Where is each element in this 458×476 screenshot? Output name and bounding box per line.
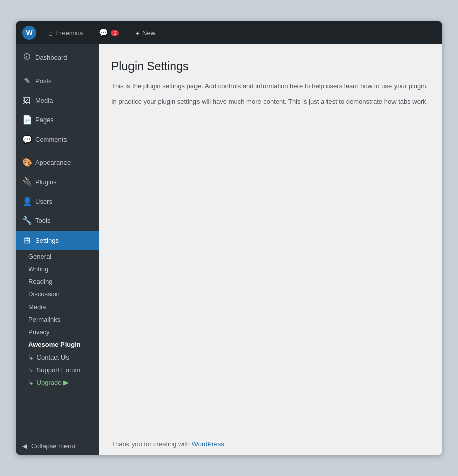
comments-nav-icon: 💬 [22, 134, 31, 145]
footer-text: Thank you for creating with [111, 440, 192, 448]
home-icon: ⌂ [48, 29, 53, 37]
submenu-awesome-plugin[interactable]: Awesome Plugin [16, 338, 99, 351]
submenu-permalinks[interactable]: Permalinks [16, 313, 99, 326]
sidebar-item-appearance[interactable]: 🎨 Appearance [16, 153, 99, 172]
submenu-reading[interactable]: Reading [16, 275, 99, 288]
comments-label: Comments [35, 135, 67, 144]
upgrade-arrow: ↳ [28, 379, 34, 386]
admin-bar: W ⌂ Freemius 💬 0 + New [16, 21, 442, 44]
posts-label: Posts [35, 77, 52, 86]
admin-bar-comments[interactable]: 💬 0 [95, 26, 123, 39]
content-area: Plugin Settings This is the plugin setti… [99, 44, 442, 455]
main-layout: Dashboard ✎ Posts 🖼 Media 📄 Pages 💬 Comm… [16, 44, 442, 455]
support-forum-arrow: ↳ [28, 366, 34, 374]
media-label: Media [35, 96, 53, 105]
submenu-writing[interactable]: Writing [16, 263, 99, 275]
admin-bar-new[interactable]: + New [131, 27, 159, 39]
new-label: New [142, 29, 155, 37]
sidebar-item-users[interactable]: 👤 Users [16, 192, 99, 211]
dashboard-label: Dashboard [35, 53, 68, 63]
sidebar-item-pages[interactable]: 📄 Pages [16, 110, 99, 130]
submenu-contact-us[interactable]: ↳ Contact Us [16, 351, 99, 364]
content-paragraph-2: In practice your plugin settings will ha… [111, 97, 430, 107]
sidebar-item-plugins[interactable]: 🔌 Plugins [16, 172, 99, 192]
submenu-general[interactable]: General [16, 250, 99, 263]
comments-icon: 💬 [99, 28, 108, 37]
tools-icon: 🔧 [22, 215, 31, 226]
appearance-icon: 🎨 [22, 157, 31, 168]
collapse-menu-button[interactable]: ◀ Collapse menu [16, 437, 99, 455]
sidebar-item-tools[interactable]: 🔧 Tools [16, 211, 99, 230]
sidebar-item-comments[interactable]: 💬 Comments [16, 130, 99, 149]
content-paragraph-1: This is the plugin settings page. Add co… [111, 81, 430, 92]
plugins-icon: 🔌 [22, 176, 31, 188]
users-label: Users [35, 197, 52, 206]
settings-label: Settings [35, 236, 59, 245]
settings-submenu: General Writing Reading Discussion Media… [16, 250, 99, 389]
submenu-support-forum[interactable]: ↳ Support Forum [16, 364, 99, 376]
users-icon: 👤 [22, 196, 31, 207]
media-icon: 🖼 [22, 95, 31, 106]
submenu-media[interactable]: Media [16, 301, 99, 313]
content-footer: Thank you for creating with WordPress. [99, 433, 442, 455]
sidebar-item-media[interactable]: 🖼 Media [16, 91, 99, 110]
sidebar: Dashboard ✎ Posts 🖼 Media 📄 Pages 💬 Comm… [16, 44, 99, 455]
appearance-label: Appearance [35, 158, 71, 167]
content-inner: Plugin Settings This is the plugin setti… [99, 44, 442, 433]
sidebar-item-settings[interactable]: ⊞ Settings [16, 231, 99, 250]
admin-bar-site[interactable]: ⌂ Freemius [44, 27, 87, 39]
plugins-label: Plugins [35, 177, 57, 187]
plus-icon: + [135, 29, 140, 37]
posts-icon: ✎ [22, 76, 31, 87]
submenu-privacy[interactable]: Privacy [16, 326, 99, 338]
collapse-label: Collapse menu [31, 442, 75, 450]
page-title: Plugin Settings [111, 60, 430, 73]
contact-us-arrow: ↳ [28, 353, 34, 361]
submenu-upgrade[interactable]: ↳ Upgrade ▶ [16, 376, 99, 389]
pages-label: Pages [35, 115, 54, 125]
wordpress-link[interactable]: WordPress [192, 440, 224, 448]
settings-icon: ⊞ [22, 235, 31, 246]
wp-logo[interactable]: W [22, 26, 36, 40]
site-label: Freemius [55, 29, 83, 37]
footer-suffix: . [224, 440, 226, 448]
sidebar-item-posts[interactable]: ✎ Posts [16, 72, 99, 91]
collapse-icon: ◀ [22, 442, 27, 450]
sidebar-item-dashboard[interactable]: Dashboard [16, 48, 99, 68]
comments-badge: 0 [111, 30, 119, 36]
submenu-discussion[interactable]: Discussion [16, 288, 99, 301]
tools-label: Tools [35, 216, 50, 225]
dashboard-icon [22, 52, 31, 64]
pages-icon: 📄 [22, 114, 31, 126]
